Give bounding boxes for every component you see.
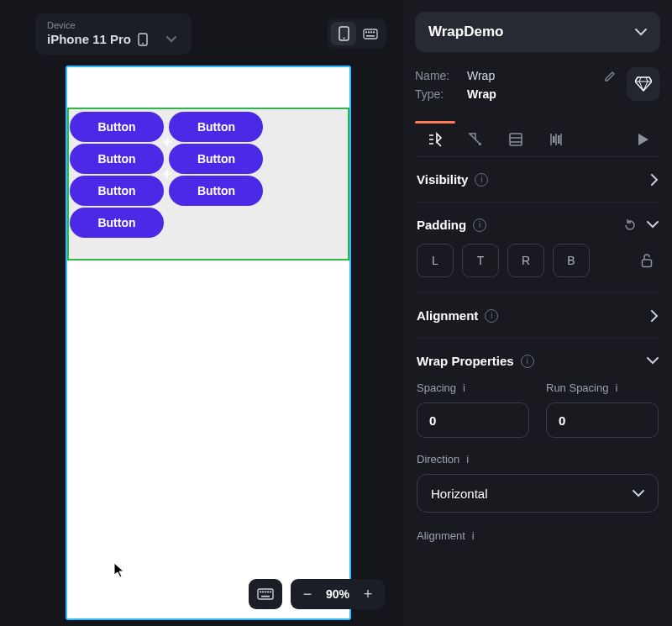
section-alignment[interactable]: Alignment i [415,293,660,339]
svg-rect-10 [258,589,273,599]
zoom-in-button[interactable]: + [356,582,380,606]
svg-rect-18 [553,136,555,143]
demo-button[interactable]: Button [70,144,164,174]
premium-icon[interactable] [627,67,660,101]
zoom-out-button[interactable]: − [296,582,319,606]
padding-bottom-input[interactable]: B [553,244,590,277]
info-icon[interactable]: i [475,173,488,187]
keyboard-button[interactable] [249,579,282,609]
inspector-panel: WrapDemo Name: Wrap Type: Wrap [403,0,672,626]
svg-rect-6 [368,31,370,33]
svg-rect-11 [260,591,261,592]
edit-name-icon[interactable] [604,70,617,82]
svg-rect-4 [364,29,377,39]
device-name: iPhone 11 Pro [47,32,131,46]
svg-rect-9 [366,35,375,37]
demo-button[interactable]: Button [169,112,263,142]
svg-point-1 [142,42,144,44]
lock-icon[interactable] [640,253,659,268]
section-visibility[interactable]: Visibility i [415,157,660,203]
chevron-down-icon [166,36,176,43]
padding-left-input[interactable]: L [417,244,454,277]
preview-mode-toggle [328,18,386,49]
zoom-value: 90% [323,587,353,601]
svg-rect-16 [261,596,270,597]
demo-button[interactable]: Button [169,144,263,174]
svg-rect-20 [643,260,652,267]
run-spacing-input[interactable] [546,402,659,438]
info-icon[interactable]: i [472,529,475,542]
padding-right-input[interactable]: R [507,244,544,277]
tab-actions[interactable] [455,123,496,156]
info-icon[interactable]: i [615,381,617,394]
svg-rect-8 [373,31,375,33]
section-padding: Padding i L T R B [415,203,660,293]
demo-button[interactable]: Button [70,112,164,142]
name-key: Name: [415,69,459,82]
demo-button[interactable]: Button [70,176,164,206]
svg-rect-7 [370,31,372,33]
device-label: Device [47,20,176,30]
type-value: Wrap [467,87,496,101]
padding-top-input[interactable]: T [462,244,499,277]
component-header[interactable]: WrapDemo [415,12,660,52]
tab-data[interactable] [496,123,536,156]
spacing-label: Spacing [417,381,456,394]
svg-rect-19 [558,135,560,144]
type-key: Type: [415,87,459,101]
demo-button[interactable]: Button [70,208,164,238]
svg-rect-12 [262,591,264,592]
svg-point-3 [343,38,344,39]
reset-icon[interactable] [623,218,637,232]
wrap-widget-selection[interactable]: Button Button Button Button Button Butto… [67,108,349,260]
zoom-control: − 90% + [291,579,385,609]
chevron-right-icon [651,174,659,186]
info-icon[interactable]: i [473,218,486,232]
info-icon[interactable]: i [463,381,465,394]
direction-select[interactable]: Horizontal [417,474,659,513]
info-icon[interactable]: i [521,355,534,368]
chevron-down-icon[interactable] [647,221,659,229]
visibility-label: Visibility [417,172,468,187]
chevron-down-icon[interactable] [647,357,659,365]
tab-style[interactable] [415,123,455,156]
keyboard-preview-button[interactable] [358,22,383,45]
demo-button[interactable]: Button [169,176,263,206]
canvas-area[interactable]: Device iPhone 11 Pro [0,0,403,626]
chevron-down-icon [633,490,644,497]
wrap-alignment-label: Alignment [417,529,465,542]
svg-rect-15 [270,591,271,592]
name-value: Wrap [467,69,495,82]
info-icon[interactable]: i [485,309,498,323]
chevron-down-icon [635,29,647,36]
wrap-properties-label: Wrap Properties [417,354,514,368]
padding-label: Padding [417,218,466,232]
spacing-input[interactable] [417,402,529,438]
device-selector[interactable]: Device iPhone 11 Pro [35,13,192,55]
mouse-cursor-icon [113,562,127,579]
svg-rect-13 [265,591,266,592]
direction-label: Direction [417,453,459,466]
svg-rect-17 [510,134,522,145]
svg-rect-5 [365,31,367,33]
info-icon[interactable]: i [466,453,469,466]
tab-layout[interactable] [536,123,576,156]
chevron-right-icon [651,310,659,322]
sparkle-icon [161,136,173,148]
run-spacing-label: Run Spacing [546,381,608,394]
section-wrap-properties: Wrap Properties i Spacing i Run Spacing [415,339,660,557]
alignment-label: Alignment [417,308,478,323]
svg-rect-14 [267,591,269,592]
device-frame[interactable]: Button Button Button Button Button Butto… [66,66,351,620]
inspector-tabs [415,123,660,157]
component-name: WrapDemo [428,24,503,40]
direction-value: Horizontal [431,487,488,501]
mobile-preview-button[interactable] [331,22,356,45]
run-button[interactable] [627,123,660,156]
sparkle-icon [161,168,173,180]
phone-icon [138,33,148,46]
